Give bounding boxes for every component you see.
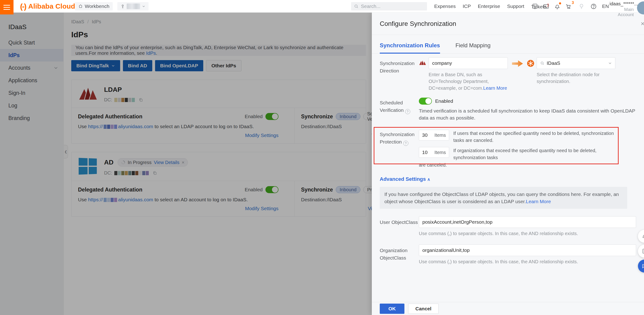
cart-badge: 3 bbox=[572, 1, 574, 5]
alibaba-logo-icon: (-) bbox=[20, 2, 26, 11]
user-objectclass-label: User ObjectClass bbox=[380, 216, 419, 237]
configure-synchronization-panel: Configure Synchronization × Synchronizat… bbox=[372, 13, 644, 315]
ldap-source-icon bbox=[419, 60, 426, 66]
app-icon[interactable]: APP bbox=[532, 3, 538, 10]
workbench-button[interactable]: Workbench bbox=[75, 2, 113, 11]
search-icon bbox=[354, 4, 358, 9]
chevron-down-icon bbox=[142, 5, 145, 8]
account-name: idaas_******... bbox=[610, 1, 634, 7]
sync-arrow-icon bbox=[512, 60, 523, 67]
user-objectclass-input[interactable] bbox=[419, 216, 636, 228]
search-icon bbox=[540, 61, 544, 65]
region-selector[interactable] bbox=[117, 2, 148, 11]
help-question-icon[interactable]: ? bbox=[403, 141, 408, 146]
learn-more-link[interactable]: Learn More bbox=[526, 199, 551, 204]
user-avatar[interactable] bbox=[637, 2, 644, 15]
sync-protection-label: Synchronization Protection? bbox=[380, 130, 419, 168]
org-quota-desc: If organizations that exceed the specifi… bbox=[453, 147, 618, 161]
workbench-label: Workbench bbox=[85, 4, 110, 9]
svg-text:APP: APP bbox=[533, 5, 537, 7]
bell-badge-dot bbox=[559, 2, 561, 5]
scheduled-verification-toggle[interactable] bbox=[419, 98, 432, 105]
sync-direction-row: Synchronization Direction Enter a Base D… bbox=[380, 57, 636, 92]
alibaba-logo-text: Alibaba Cloud bbox=[28, 2, 75, 10]
top-header: (-) Alibaba Cloud Workbench Search... Ex… bbox=[0, 0, 644, 13]
link-icp[interactable]: ICP bbox=[463, 4, 471, 9]
link-expenses[interactable]: Expenses bbox=[434, 4, 456, 9]
organization-objectclass-input[interactable] bbox=[419, 244, 636, 256]
link-enterprise[interactable]: Enterprise bbox=[478, 4, 500, 9]
scheduled-verification-row: Scheduled Verification? Enabled Timed ve… bbox=[380, 97, 636, 121]
scheduled-verification-desc: Timed verification is a scheduled full s… bbox=[419, 107, 640, 121]
modal-dim-overlay[interactable] bbox=[0, 13, 372, 315]
sync-protection-row: Synchronization Protection? 30 Items If … bbox=[380, 130, 636, 168]
account-menu[interactable]: idaas_******... Main Account bbox=[610, 1, 634, 17]
destination-helper: Select the destination node for synchron… bbox=[537, 71, 615, 85]
panel-tabs: Synchronization Rules Field Mapping bbox=[372, 42, 644, 54]
link-support[interactable]: Support bbox=[507, 4, 524, 9]
cart-icon[interactable]: 3 bbox=[565, 3, 572, 10]
source-dn-input[interactable] bbox=[429, 57, 508, 69]
account-type: Main Account bbox=[610, 7, 634, 17]
bell-icon bbox=[642, 233, 644, 239]
organization-objectclass-helper: Use commas (,) to separate objects. In t… bbox=[419, 258, 636, 265]
org-quota-input[interactable]: 10 Items bbox=[419, 147, 449, 158]
help-question-icon[interactable]: ? bbox=[405, 109, 410, 114]
help-icon[interactable] bbox=[590, 3, 597, 10]
user-quota-desc: If users that exceed the specified quant… bbox=[453, 130, 618, 144]
search-placeholder: Search... bbox=[361, 4, 380, 9]
user-objectclass-helper: Use commas (,) to separate objects. In t… bbox=[419, 230, 636, 237]
advanced-settings-toggle[interactable]: Advanced Settings∧ bbox=[380, 176, 636, 182]
document-icon bbox=[642, 248, 644, 254]
user-objectclass-row: User ObjectClass Use commas (,) to separ… bbox=[380, 216, 636, 237]
panel-title: Configure Synchronization bbox=[380, 20, 456, 28]
idaas-destination-icon bbox=[527, 60, 534, 67]
home-icon bbox=[78, 4, 83, 9]
terminal-icon[interactable] bbox=[543, 3, 549, 10]
notifications-bell-icon[interactable] bbox=[554, 3, 560, 10]
tab-field-mapping[interactable]: Field Mapping bbox=[456, 42, 490, 54]
learn-more-link[interactable]: Learn More bbox=[483, 86, 507, 91]
tab-synchronization-rules[interactable]: Synchronization Rules bbox=[380, 42, 440, 54]
organization-objectclass-row: Organization ObjectClass Use commas (,) … bbox=[380, 244, 636, 265]
chevron-down-icon bbox=[608, 61, 612, 65]
org-quota-desc-cont: are canceled. bbox=[419, 162, 636, 168]
region-name-blurred bbox=[127, 4, 140, 9]
panel-footer: OK Cancel bbox=[372, 302, 644, 315]
chat-icon bbox=[642, 263, 644, 269]
scheduled-verification-label: Scheduled Verification? bbox=[380, 97, 419, 121]
chevron-up-icon: ∧ bbox=[427, 177, 430, 182]
cancel-button[interactable]: Cancel bbox=[408, 303, 439, 314]
search-input[interactable]: Search... bbox=[351, 2, 427, 11]
alibaba-cloud-logo[interactable]: (-) Alibaba Cloud bbox=[20, 0, 75, 13]
language-selector[interactable]: EN bbox=[602, 0, 609, 13]
destination-value: IDaaS bbox=[547, 60, 606, 66]
source-dn-helper: Enter a Base DN, such as OU=Technology D… bbox=[429, 71, 508, 92]
scheduled-toggle-label: Enabled bbox=[435, 98, 453, 104]
lightbulb-icon[interactable] bbox=[578, 3, 585, 10]
objectclass-info-box: If you have configured the ObjectClass o… bbox=[380, 187, 627, 209]
user-quota-input[interactable]: 30 Items bbox=[419, 130, 449, 141]
sync-direction-label: Synchronization Direction bbox=[380, 57, 419, 92]
location-pin-icon bbox=[120, 4, 125, 9]
panel-close-icon[interactable]: × bbox=[641, 20, 644, 28]
ok-button[interactable]: OK bbox=[380, 303, 404, 314]
menu-icon[interactable] bbox=[0, 0, 14, 15]
destination-select[interactable]: IDaaS bbox=[537, 57, 615, 69]
organization-objectclass-label: Organization ObjectClass bbox=[380, 244, 419, 265]
